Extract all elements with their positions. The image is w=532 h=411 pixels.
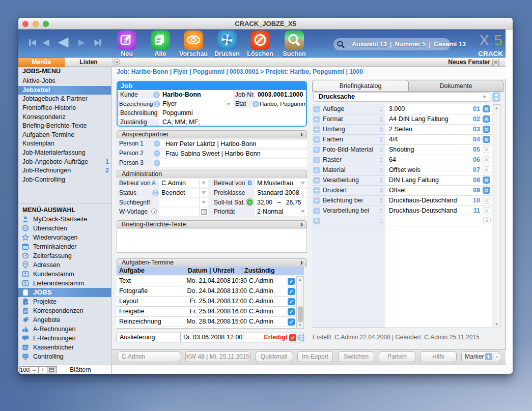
svg-text:7: 7 <box>24 246 26 249</box>
svg-text:$: $ <box>27 347 29 350</box>
